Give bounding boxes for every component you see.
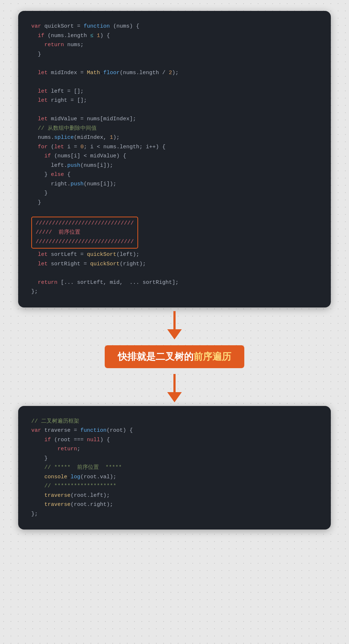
line-15: if (nums[i] < midValue) { — [31, 152, 318, 161]
line-21 — [31, 207, 318, 217]
highlight-box-preorder: ////////////////////////////// ///// 前序位… — [31, 217, 138, 249]
arrow-line-1 — [173, 311, 176, 329]
line-28: return [... sortLeft, mid, ... sortRight… — [31, 278, 318, 287]
line-8: let left = []; — [31, 87, 318, 96]
line2-2: var traverse = function(root) { — [31, 426, 318, 435]
line-13: nums.splice(midIndex, 1); — [31, 133, 318, 142]
code-content-2: // 二叉树遍历框架var traverse = function(root) … — [31, 417, 318, 519]
line2-10: traverse(root.right); — [31, 500, 318, 510]
code-block-2: // 二叉树遍历框架var traverse = function(root) … — [18, 406, 331, 530]
line2-3: if (root === null) { — [31, 435, 318, 445]
code-content-1: var quickSort = function (nums) { if (nu… — [31, 22, 318, 217]
line2-1: // 二叉树遍历框架 — [31, 417, 318, 426]
code-block-1: var quickSort = function (nums) { if (nu… — [18, 11, 331, 307]
highlight-code: ////////////////////////////// ///// 前序位… — [36, 219, 134, 247]
banner-highlight: 前序遍历 — [193, 352, 231, 363]
line2-8: // ******************* — [31, 482, 318, 491]
line2-7: console.log(root.val); — [31, 472, 318, 482]
line-4: } — [31, 50, 318, 59]
arrow-1 — [167, 311, 182, 339]
line-2: if (nums.length ≤ 1) { — [31, 31, 318, 41]
line-26: let sortRight = quickSort(right); — [31, 259, 318, 269]
line2-4: return; — [31, 444, 318, 454]
line-17: } else { — [31, 170, 318, 180]
line-19: } — [31, 189, 318, 198]
line-20: } — [31, 198, 318, 208]
line-11: let midValue = nums[midIndex]; — [31, 114, 318, 124]
code-content-1b: let sortLeft = quickSort(left); let sort… — [31, 250, 318, 297]
line2-9: traverse(root.left); — [31, 491, 318, 500]
line2-11: }; — [31, 510, 318, 519]
line-5 — [31, 59, 318, 68]
line-25: let sortLeft = quickSort(left); — [31, 250, 318, 259]
arrow-line-2 — [173, 374, 176, 392]
line-16: left.push(nums[i]); — [31, 161, 318, 170]
line-1: var quickSort = function (nums) { — [31, 22, 318, 31]
banner-text-before: 快排就是二叉树的 — [118, 352, 193, 363]
line-10 — [31, 105, 318, 115]
line-29: }; — [31, 287, 318, 297]
line-7 — [31, 77, 318, 87]
line-14: for (let i = 0; i < nums.length; i++) { — [31, 142, 318, 152]
line-3: return nums; — [31, 40, 318, 50]
line-18: right.push(nums[i]); — [31, 180, 318, 189]
arrow-head-1 — [167, 329, 182, 339]
line-9: let right = []; — [31, 96, 318, 105]
arrow-2 — [167, 374, 182, 402]
arrow-head-2 — [167, 392, 182, 402]
label-banner: 快排就是二叉树的前序遍历 — [105, 345, 244, 368]
line2-5: } — [31, 454, 318, 463]
line2-6: // ***** 前序位置 ***** — [31, 463, 318, 472]
line-6: let midIndex = Math.floor(nums.length / … — [31, 68, 318, 78]
line-12: // 从数组中删除中间值 — [31, 124, 318, 133]
line-27 — [31, 269, 318, 278]
